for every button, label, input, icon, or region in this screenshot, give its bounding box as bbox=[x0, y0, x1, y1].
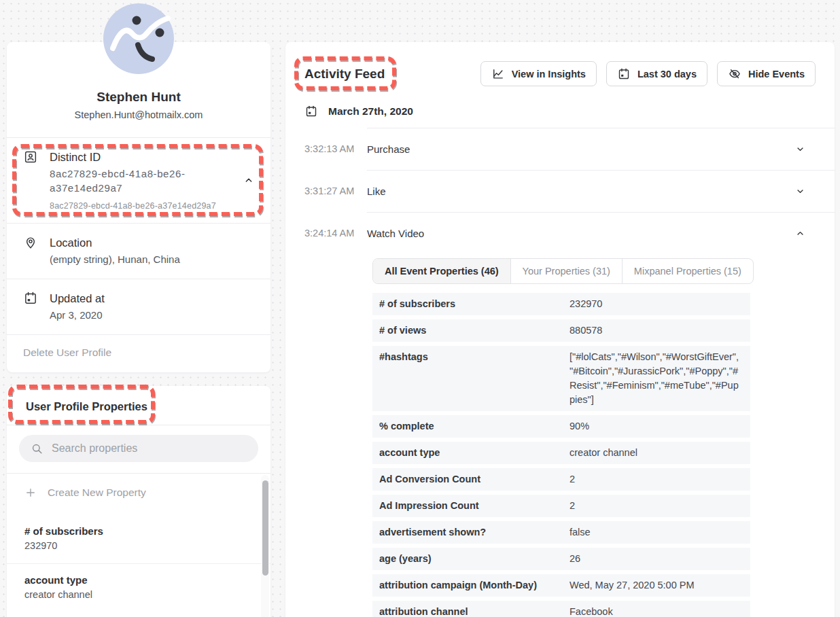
chevron-down-icon[interactable] bbox=[795, 144, 805, 154]
event-row[interactable]: 3:31:27 AM Like bbox=[285, 170, 835, 212]
event-time: 3:32:13 AM bbox=[304, 128, 367, 170]
property-item[interactable]: # of subscribers 232970 bbox=[7, 515, 270, 563]
property-value: false bbox=[570, 521, 750, 544]
property-value: ["#lolCats","#Wilson","#WorstGiftEver","… bbox=[570, 346, 750, 411]
location-value: (empty string), Hunan, China bbox=[50, 252, 180, 266]
date-range-button[interactable]: Last 30 days bbox=[606, 61, 707, 86]
distinct-id-section: Distinct ID 8ac27829-ebcd-41a8-be26-a37e… bbox=[7, 137, 270, 223]
property-key: attribution campaign (Month-Day) bbox=[372, 574, 570, 597]
hide-events-button[interactable]: Hide Events bbox=[717, 61, 816, 86]
properties-search-row bbox=[7, 425, 270, 473]
user-email: Stephen.Hunt@hotmailx.com bbox=[18, 109, 260, 120]
user-avatar-icon bbox=[103, 3, 174, 74]
distinct-id-full-value: 8ac27829-ebcd-41a8-be26-a37e14ed29a7 bbox=[50, 201, 216, 211]
property-value: 232970 bbox=[24, 540, 243, 551]
table-row: # of subscribers 232970 bbox=[372, 293, 750, 315]
view-in-insights-label: View in Insights bbox=[512, 69, 586, 80]
tab-your-properties[interactable]: Your Properties (31) bbox=[510, 259, 622, 283]
profile-sidebar: Stephen Hunt Stephen.Hunt@hotmailx.com D… bbox=[7, 0, 270, 617]
table-row: % complete 90% bbox=[372, 415, 750, 438]
scrollbar-thumb[interactable] bbox=[262, 480, 268, 576]
property-key: Ad Impression Count bbox=[372, 495, 570, 517]
property-value: Wed, May 27, 2020 5:00 PM bbox=[570, 574, 750, 597]
updated-at-label: Updated at bbox=[50, 290, 105, 306]
property-key: % complete bbox=[372, 415, 570, 438]
updated-at-content: Updated at Apr 3, 2020 bbox=[50, 290, 105, 322]
activity-feed-title: Activity Feed bbox=[304, 67, 385, 82]
property-value: Facebook bbox=[570, 601, 750, 617]
line-chart-icon bbox=[491, 67, 505, 81]
event-row-expanded[interactable]: 3:24:14 AM Watch Video bbox=[285, 212, 835, 254]
search-properties-input[interactable] bbox=[52, 442, 247, 455]
property-value: 2 bbox=[570, 468, 750, 491]
calendar-icon bbox=[23, 291, 38, 306]
chevron-down-icon[interactable] bbox=[795, 186, 805, 196]
properties-title-row: User Profile Properties bbox=[7, 386, 270, 425]
tab-all-event-properties[interactable]: All Event Properties (46) bbox=[373, 259, 510, 283]
distinct-id-label: Distinct ID bbox=[50, 149, 216, 165]
property-key: Ad Conversion Count bbox=[372, 468, 570, 491]
calendar-icon bbox=[304, 105, 318, 118]
distinct-id-icon bbox=[23, 149, 38, 164]
property-key: #hashtags bbox=[372, 346, 570, 411]
table-row: attribution channel Facebook bbox=[372, 601, 750, 617]
updated-at-section: Updated at Apr 3, 2020 bbox=[7, 279, 270, 334]
date-range-label: Last 30 days bbox=[637, 69, 697, 80]
table-row: #hashtags ["#lolCats","#Wilson","#WorstG… bbox=[372, 346, 750, 411]
table-row: advertisement shown? false bbox=[372, 521, 750, 544]
event-list: 3:32:13 AM Purchase 3:31:27 AM Like 3:24… bbox=[285, 128, 835, 617]
eye-off-icon bbox=[728, 67, 741, 81]
date-header-label: March 27th, 2020 bbox=[328, 105, 413, 118]
location-content: Location (empty string), Hunan, China bbox=[50, 234, 180, 266]
property-item[interactable]: account type creator channel bbox=[7, 563, 270, 612]
chevron-up-icon[interactable] bbox=[795, 228, 805, 239]
property-value: 2 bbox=[570, 495, 750, 517]
event-properties-table: # of subscribers 232970 # of views 88057… bbox=[372, 293, 750, 617]
create-new-property-button[interactable]: Create New Property bbox=[7, 474, 270, 515]
property-key: account type bbox=[372, 442, 570, 464]
location-icon bbox=[23, 235, 38, 250]
hide-events-label: Hide Events bbox=[748, 69, 805, 80]
delete-user-profile-button[interactable]: Delete User Profile bbox=[7, 334, 270, 372]
view-in-insights-button[interactable]: View in Insights bbox=[480, 61, 597, 86]
table-row: age (years) 26 bbox=[372, 548, 750, 570]
event-main: Like bbox=[367, 170, 835, 212]
activity-feed-card: Activity Feed View in Insights Last 30 d… bbox=[285, 42, 835, 617]
event-time: 3:24:14 AM bbox=[304, 212, 367, 254]
date-header: March 27th, 2020 bbox=[285, 86, 835, 128]
activity-feed-header: Activity Feed View in Insights Last 30 d… bbox=[285, 42, 835, 86]
property-value: 26 bbox=[570, 548, 750, 570]
table-row: Ad Impression Count 2 bbox=[372, 495, 750, 517]
table-row: Ad Conversion Count 2 bbox=[372, 468, 750, 491]
property-value: 90% bbox=[570, 415, 750, 438]
event-name: Watch Video bbox=[367, 228, 424, 239]
search-icon bbox=[31, 442, 43, 455]
property-key: attribution channel bbox=[372, 601, 570, 617]
property-key: advertisement shown? bbox=[372, 521, 570, 544]
activity-feed-title-wrap: Activity Feed bbox=[304, 67, 385, 82]
plus-icon bbox=[24, 487, 37, 499]
distinct-id-content: Distinct ID 8ac27829-ebcd-41a8-be26-a37e… bbox=[50, 149, 216, 211]
property-name: # of subscribers bbox=[24, 525, 243, 537]
property-value: 880578 bbox=[570, 319, 750, 342]
location-label: Location bbox=[50, 234, 180, 251]
table-row: # of views 880578 bbox=[372, 319, 750, 342]
user-name: Stephen Hunt bbox=[18, 90, 260, 105]
tab-mixpanel-properties[interactable]: Mixpanel Properties (15) bbox=[622, 259, 753, 283]
event-name: Like bbox=[367, 186, 386, 197]
event-main: Purchase bbox=[367, 128, 835, 170]
property-value: creator channel bbox=[570, 442, 750, 464]
properties-search-box[interactable] bbox=[19, 435, 258, 462]
profile-card: Stephen Hunt Stephen.Hunt@hotmailx.com D… bbox=[7, 42, 270, 372]
property-name: account type bbox=[24, 574, 243, 586]
event-name: Purchase bbox=[367, 143, 410, 155]
event-row[interactable]: 3:32:13 AM Purchase bbox=[285, 128, 835, 170]
property-key: # of subscribers bbox=[372, 293, 570, 315]
chevron-up-icon[interactable] bbox=[243, 175, 254, 186]
distinct-id-value: 8ac27829-ebcd-41a8-be26-a37e14ed29a7 bbox=[50, 166, 213, 195]
property-value: creator channel bbox=[24, 589, 243, 600]
table-row: attribution campaign (Month-Day) Wed, Ma… bbox=[372, 574, 750, 597]
event-details-panel: All Event Properties (46) Your Propertie… bbox=[372, 258, 750, 617]
property-value: 232970 bbox=[570, 293, 750, 315]
property-key: # of views bbox=[372, 319, 570, 342]
